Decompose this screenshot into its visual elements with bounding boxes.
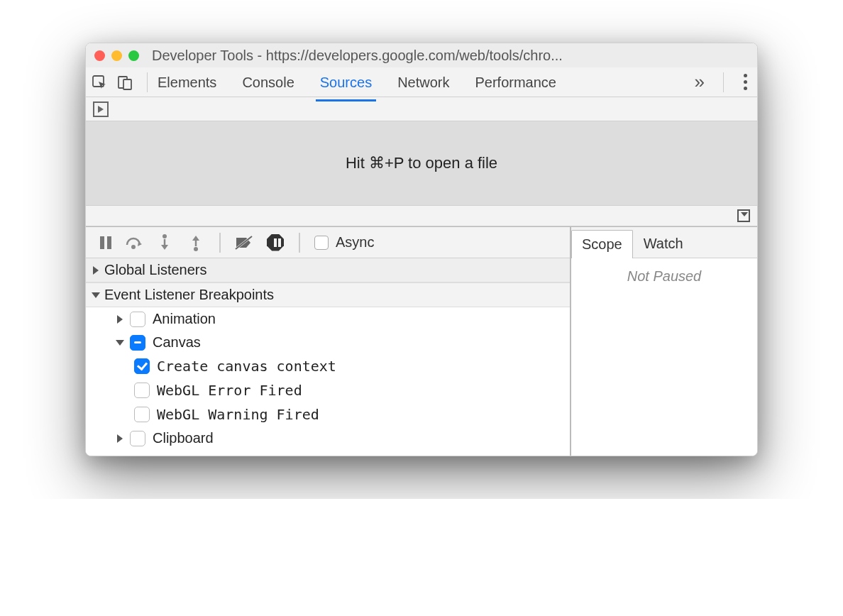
disclosure-triangle-icon <box>117 315 123 324</box>
tab-sources[interactable]: Sources <box>317 69 375 95</box>
separator <box>299 233 300 253</box>
step-into-button[interactable] <box>155 233 174 252</box>
disclosure-triangle-icon <box>93 266 99 275</box>
traffic-lights <box>94 50 139 61</box>
section-label: Event Listener Breakpoints <box>104 287 274 303</box>
step-out-button[interactable] <box>187 233 205 252</box>
checkbox[interactable] <box>130 312 145 327</box>
window-title: Developer Tools - https://developers.goo… <box>145 48 749 64</box>
section-global-listeners[interactable]: Global Listeners <box>86 258 570 282</box>
separator <box>723 72 724 92</box>
overflow-tabs-button[interactable]: » <box>692 71 707 93</box>
debugger-left-pane: Async Global Listeners Event Listener Br… <box>86 227 571 456</box>
category-label: Canvas <box>153 334 201 351</box>
debugger-right-pane: Scope Watch Not Paused <box>571 227 757 456</box>
devtools-window: Developer Tools - https://developers.goo… <box>85 43 758 456</box>
breakpoints-tree: Global Listeners Event Listener Breakpoi… <box>86 258 570 456</box>
window-titlebar: Developer Tools - https://developers.goo… <box>86 43 757 67</box>
breakpoint-label: WebGL Warning Fired <box>157 406 319 423</box>
tab-performance[interactable]: Performance <box>473 69 560 95</box>
category-label: Clipboard <box>153 430 214 446</box>
pause-script-button[interactable] <box>93 233 111 252</box>
disclosure-triangle-icon <box>92 292 100 298</box>
right-pane-tabs: Scope Watch <box>571 227 757 258</box>
fullscreen-window-button[interactable] <box>128 50 139 61</box>
category-animation[interactable]: Animation <box>86 307 570 331</box>
breakpoint-webgl-warning-fired[interactable]: WebGL Warning Fired <box>86 402 570 427</box>
inspect-element-icon[interactable] <box>92 75 107 90</box>
navigator-toggle-icon[interactable] <box>93 101 109 117</box>
category-canvas[interactable]: Canvas <box>86 331 570 354</box>
devtools-tabbar: Elements Console Sources Network Perform… <box>86 67 757 97</box>
section-event-listener-breakpoints[interactable]: Event Listener Breakpoints <box>86 282 570 307</box>
category-clipboard[interactable]: Clipboard <box>86 427 570 450</box>
svg-rect-2 <box>123 79 131 89</box>
checkbox[interactable] <box>134 383 150 398</box>
async-toggle[interactable]: Async <box>314 234 374 251</box>
scope-pane-body: Not Paused <box>571 258 757 295</box>
breakpoint-create-canvas-context[interactable]: Create canvas context <box>86 354 570 378</box>
tab-elements[interactable]: Elements <box>155 69 219 95</box>
tab-console[interactable]: Console <box>239 69 297 95</box>
debugger-area: Async Global Listeners Event Listener Br… <box>86 226 757 456</box>
open-file-hint: Hit ⌘+P to open a file <box>346 154 497 172</box>
breakpoint-webgl-error-fired[interactable]: WebGL Error Fired <box>86 378 570 402</box>
separator <box>147 72 148 92</box>
pause-on-exceptions-button[interactable] <box>266 233 285 252</box>
breakpoint-label: Create canvas context <box>157 358 336 375</box>
svg-point-3 <box>131 245 136 249</box>
checkbox-indeterminate[interactable] <box>130 335 145 351</box>
device-toolbar-icon[interactable] <box>117 75 133 90</box>
empty-editor-hint-area: Hit ⌘+P to open a file <box>86 121 757 205</box>
tab-network[interactable]: Network <box>395 69 452 95</box>
disclosure-triangle-icon <box>117 434 123 443</box>
step-over-button[interactable] <box>124 233 143 252</box>
async-checkbox[interactable] <box>314 236 329 250</box>
separator <box>219 233 221 253</box>
settings-menu-button[interactable] <box>739 74 751 90</box>
minimize-window-button[interactable] <box>111 50 122 61</box>
debugger-toolbar: Async <box>86 227 570 258</box>
tab-watch[interactable]: Watch <box>633 229 694 258</box>
category-label: Animation <box>153 311 216 327</box>
toggle-drawer-icon[interactable] <box>737 209 750 222</box>
deactivate-breakpoints-button[interactable] <box>235 233 253 252</box>
sources-subtoolbar <box>86 97 757 121</box>
checkbox[interactable] <box>134 407 150 422</box>
disclosure-triangle-icon <box>116 340 124 346</box>
panel-tabs: Elements Console Sources Network Perform… <box>155 69 559 95</box>
svg-point-4 <box>162 234 167 238</box>
async-label: Async <box>336 234 374 251</box>
close-window-button[interactable] <box>94 50 105 61</box>
tab-scope[interactable]: Scope <box>571 230 633 258</box>
svg-point-6 <box>194 247 198 251</box>
section-label: Global Listeners <box>104 262 207 278</box>
editor-footer-bar <box>86 205 757 226</box>
breakpoint-label: WebGL Error Fired <box>157 382 302 399</box>
checkbox[interactable] <box>130 431 145 446</box>
checkbox-checked[interactable] <box>134 358 150 374</box>
